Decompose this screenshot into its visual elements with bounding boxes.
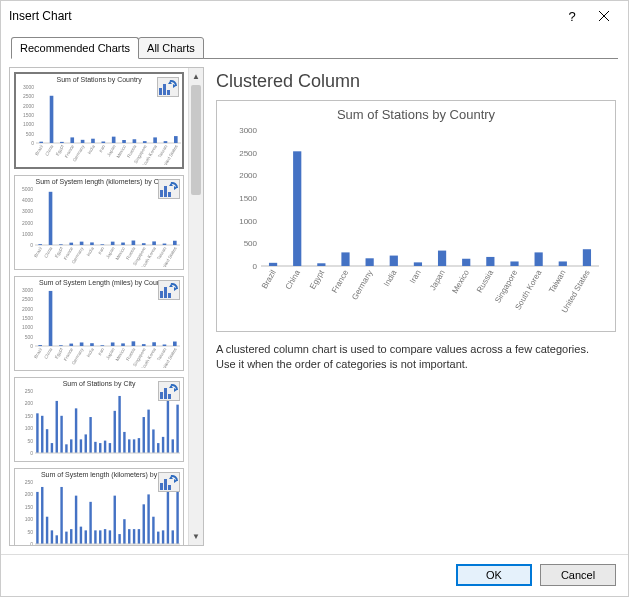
scroll-thumb[interactable] (191, 85, 201, 195)
svg-rect-197 (157, 532, 159, 544)
svg-rect-100 (132, 341, 136, 346)
svg-rect-185 (99, 530, 101, 544)
svg-rect-103 (163, 345, 167, 346)
svg-text:500: 500 (26, 131, 35, 137)
svg-rect-196 (152, 517, 154, 544)
svg-rect-16 (102, 142, 106, 143)
svg-rect-221 (390, 256, 398, 266)
svg-rect-147 (118, 396, 120, 453)
thumb-title: Sum of System length (kilometers) by Co (17, 178, 181, 185)
svg-text:50: 50 (27, 438, 33, 444)
svg-rect-157 (167, 400, 169, 453)
svg-rect-78 (160, 190, 163, 197)
svg-text:0: 0 (30, 343, 33, 349)
svg-rect-186 (104, 529, 106, 544)
svg-text:India: India (87, 144, 96, 155)
pivot-chart-badge (158, 381, 180, 401)
svg-rect-182 (85, 530, 87, 544)
svg-rect-175 (51, 530, 53, 544)
svg-rect-191 (128, 529, 130, 544)
svg-rect-190 (123, 519, 125, 544)
close-icon (599, 11, 609, 21)
svg-text:India: India (86, 246, 95, 257)
svg-text:Japan: Japan (428, 269, 447, 292)
thumb-title: Sum of Stations by City (17, 380, 181, 387)
svg-text:France: France (330, 268, 351, 295)
svg-rect-154 (152, 429, 154, 453)
svg-rect-63 (173, 241, 177, 245)
svg-text:150: 150 (25, 504, 34, 510)
svg-text:China: China (43, 246, 53, 259)
svg-rect-61 (152, 241, 156, 245)
svg-text:China: China (44, 144, 54, 157)
svg-rect-183 (89, 502, 91, 544)
desc-line-2: Use it when the order of categories is n… (216, 358, 468, 370)
ok-button[interactable]: OK (456, 564, 532, 586)
svg-text:Brazil: Brazil (34, 144, 44, 156)
pivot-chart-icon (159, 79, 177, 95)
close-button[interactable] (588, 4, 620, 28)
svg-rect-172 (36, 492, 38, 544)
svg-rect-184 (94, 530, 96, 544)
chart-thumbnail[interactable]: Sum of Stations by City 050100150200250 (14, 377, 184, 462)
svg-text:Brazil: Brazil (33, 347, 43, 359)
thumb-title: Sum of Stations by Country (18, 76, 180, 83)
thumb-title: Sum of System Length (miles) by Cour (17, 279, 181, 286)
svg-text:Brazil: Brazil (33, 246, 43, 258)
tab-all-charts[interactable]: All Charts (138, 37, 204, 59)
svg-rect-189 (118, 534, 120, 544)
svg-text:Mexico: Mexico (450, 268, 471, 295)
tab-recommended-charts[interactable]: Recommended Charts (11, 37, 139, 59)
svg-rect-146 (114, 411, 116, 453)
svg-rect-194 (143, 504, 145, 544)
svg-text:0: 0 (30, 450, 33, 456)
svg-rect-140 (85, 434, 87, 453)
scroll-up-button[interactable]: ▲ (189, 68, 203, 85)
chart-thumbnail[interactable]: Sum of System Length (miles) by Cour 050… (14, 276, 184, 371)
svg-rect-145 (109, 443, 111, 453)
svg-text:1500: 1500 (239, 194, 257, 203)
scroll-down-button[interactable]: ▼ (189, 528, 203, 545)
svg-text:2500: 2500 (23, 93, 34, 99)
svg-rect-39 (163, 84, 166, 95)
svg-rect-120 (164, 287, 167, 298)
svg-text:Singapore: Singapore (493, 268, 519, 305)
svg-text:2000: 2000 (239, 171, 257, 180)
svg-text:500: 500 (244, 239, 258, 248)
svg-rect-179 (70, 529, 72, 544)
svg-rect-205 (168, 485, 171, 490)
svg-rect-20 (143, 141, 147, 143)
svg-rect-193 (138, 529, 140, 544)
svg-rect-14 (81, 140, 85, 143)
svg-rect-192 (133, 529, 135, 544)
title-bar: Insert Chart ? (1, 1, 628, 31)
svg-rect-203 (160, 483, 163, 490)
svg-rect-177 (60, 487, 62, 544)
pivot-chart-badge (158, 179, 180, 199)
svg-text:1000: 1000 (22, 324, 33, 330)
svg-text:0: 0 (30, 242, 33, 248)
svg-rect-93 (59, 345, 63, 346)
svg-rect-97 (101, 345, 105, 346)
scrollbar-vertical[interactable]: ▲ ▼ (188, 68, 203, 545)
svg-rect-134 (56, 401, 58, 453)
svg-text:2000: 2000 (22, 220, 33, 226)
thumbnail-list: Sum of Stations by Country 0500100015002… (10, 68, 188, 545)
svg-text:3000: 3000 (239, 126, 257, 135)
svg-rect-150 (133, 439, 135, 453)
help-button[interactable]: ? (556, 4, 588, 28)
desc-line-1: A clustered column chart is used to comp… (216, 343, 589, 355)
svg-text:5000: 5000 (22, 187, 33, 192)
svg-rect-50 (38, 244, 42, 245)
svg-text:2000: 2000 (22, 306, 33, 312)
svg-rect-195 (147, 494, 149, 544)
chart-thumbnail[interactable]: Sum of Stations by Country 0500100015002… (14, 72, 184, 169)
svg-rect-188 (114, 496, 116, 544)
svg-rect-148 (123, 432, 125, 453)
chart-thumbnail[interactable]: Sum of System length (kilometers) by 050… (14, 468, 184, 545)
svg-rect-102 (152, 342, 156, 346)
chart-thumbnail[interactable]: Sum of System length (kilometers) by Co … (14, 175, 184, 270)
svg-rect-80 (168, 192, 171, 197)
svg-rect-178 (65, 532, 67, 544)
cancel-button[interactable]: Cancel (540, 564, 616, 586)
